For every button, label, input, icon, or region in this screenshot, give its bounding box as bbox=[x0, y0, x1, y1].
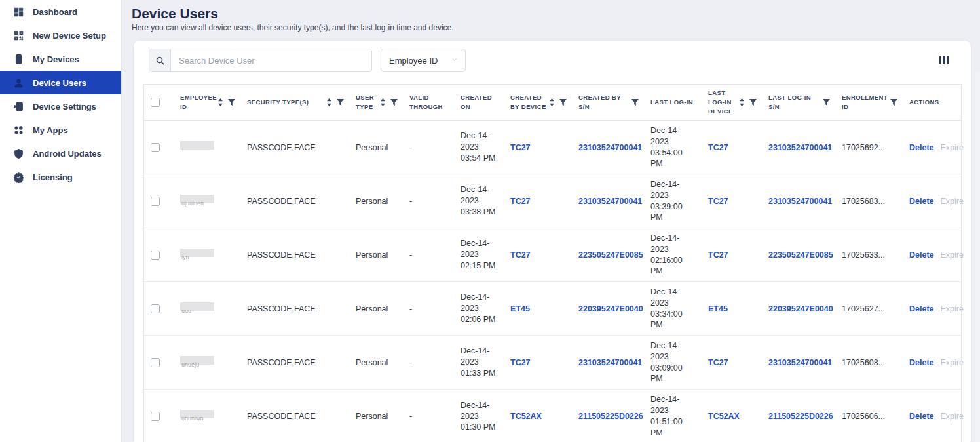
delete-button[interactable]: Delete bbox=[909, 358, 934, 367]
sidebar-item-dashboard[interactable]: Dashboard bbox=[0, 0, 121, 24]
cell-enrollment_id: 17025627... bbox=[835, 282, 903, 335]
select-all-checkbox[interactable] bbox=[151, 98, 160, 107]
column-picker-icon[interactable] bbox=[939, 56, 949, 64]
sidebar-item-device-settings[interactable]: Device Settings bbox=[0, 94, 121, 118]
created-by-device-link[interactable]: TC27 bbox=[510, 358, 531, 367]
cell-valid_through: - bbox=[403, 282, 454, 335]
cell-employee_id: iyn bbox=[174, 228, 240, 281]
last-login-sn-link[interactable]: 223505247E0085 bbox=[768, 251, 833, 260]
last-login-sn-link[interactable]: 220395247E0040 bbox=[768, 304, 833, 313]
filter-icon[interactable] bbox=[390, 99, 398, 106]
cell-last_login_device: TC27 bbox=[702, 228, 762, 281]
created-by-sn-link[interactable]: 23103524700041 bbox=[578, 197, 642, 206]
delete-button[interactable]: Delete bbox=[909, 251, 934, 260]
created-by-device-link[interactable]: TC27 bbox=[510, 197, 531, 206]
sidebar-item-licensing[interactable]: Licensing bbox=[0, 165, 121, 189]
created-by-device-link[interactable]: TC27 bbox=[510, 143, 531, 152]
column-header-icons bbox=[890, 99, 897, 106]
cell-user_type: Personal bbox=[349, 121, 403, 174]
sidebar-item-my-devices[interactable]: My Devices bbox=[0, 47, 121, 71]
expire-button-disabled: Expire bbox=[941, 197, 964, 206]
cell-actions: DeleteExpire bbox=[903, 336, 962, 389]
table-row: ujuuiuenPASSCODE,FACEPersonal-Dec-14-202… bbox=[144, 174, 961, 228]
sidebar-item-label: New Device Setup bbox=[33, 31, 106, 41]
filter-icon[interactable] bbox=[228, 99, 235, 106]
filter-icon[interactable] bbox=[749, 99, 757, 106]
search-input[interactable] bbox=[171, 49, 371, 71]
filter-icon[interactable] bbox=[337, 99, 344, 106]
delete-button[interactable]: Delete bbox=[909, 304, 934, 313]
sidebar: DashboardNew Device SetupMy DevicesDevic… bbox=[0, 0, 122, 442]
created-by-sn-link[interactable]: 211505225D0226 bbox=[578, 412, 643, 421]
cell-created_by_sn: 220395247E0040 bbox=[572, 282, 644, 335]
cell-enrollment_id: 17025683... bbox=[835, 174, 903, 228]
created-by-sn-link[interactable]: 23103524700041 bbox=[578, 358, 642, 367]
last-login-device-link[interactable]: TC27 bbox=[708, 197, 728, 206]
device-settings-icon bbox=[12, 100, 24, 112]
column-header-security: SECURITY TYPE(S) bbox=[240, 85, 349, 120]
row-checkbox[interactable] bbox=[151, 304, 160, 313]
cell-last_login: Dec-14-2023 03:39:00 PM bbox=[644, 174, 702, 228]
column-header-icons bbox=[380, 98, 398, 106]
sidebar-item-android-updates[interactable]: Android Updates bbox=[0, 142, 121, 165]
sort-icon[interactable] bbox=[549, 98, 555, 106]
cell-created_on: Dec-14-2023 02:06 PM bbox=[454, 282, 504, 335]
created-by-device-link[interactable]: TC27 bbox=[510, 251, 531, 260]
delete-button[interactable]: Delete bbox=[909, 197, 934, 206]
vertical-scrollbar[interactable] bbox=[975, 72, 980, 442]
column-header-enrollment_id: ENROLLMENT ID bbox=[835, 85, 903, 120]
filter-icon[interactable] bbox=[631, 99, 639, 106]
cell-last_login: Dec-14-2023 03:09:00 PM bbox=[644, 336, 702, 389]
created-by-device-link[interactable]: ET45 bbox=[510, 304, 530, 313]
created-by-sn-link[interactable]: 23103524700041 bbox=[578, 143, 642, 152]
sidebar-item-my-apps[interactable]: My Apps bbox=[0, 118, 121, 142]
cell-created_on: Dec-14-2023 01:33 PM bbox=[454, 336, 504, 389]
expire-button-disabled: Expire bbox=[941, 412, 964, 421]
cell-security: PASSCODE,FACE bbox=[240, 174, 349, 228]
sidebar-item-label: Licensing bbox=[33, 172, 73, 182]
column-header-actions: ACTIONS bbox=[903, 85, 962, 120]
last-login-sn-link[interactable]: 211505225D0226 bbox=[768, 412, 833, 421]
row-checkbox[interactable] bbox=[151, 358, 160, 367]
column-label: SECURITY TYPE(S) bbox=[247, 98, 309, 107]
last-login-device-link[interactable]: TC27 bbox=[708, 251, 728, 260]
last-login-device-link[interactable]: TC52AX bbox=[708, 412, 740, 421]
filter-icon[interactable] bbox=[559, 99, 567, 106]
created-by-device-link[interactable]: TC52AX bbox=[510, 412, 542, 421]
sidebar-item-device-users[interactable]: Device Users bbox=[0, 71, 121, 94]
filter-icon[interactable] bbox=[823, 99, 830, 106]
person-icon bbox=[12, 77, 24, 89]
cell-created_by_device: TC27 bbox=[504, 174, 572, 228]
last-login-device-link[interactable]: TC27 bbox=[708, 143, 728, 152]
last-login-sn-link[interactable]: 23103524700041 bbox=[768, 358, 832, 367]
sort-icon[interactable] bbox=[326, 98, 332, 106]
row-checkbox[interactable] bbox=[151, 197, 160, 206]
cell-select bbox=[144, 228, 174, 281]
main-content: Device Users Here you can view all devic… bbox=[122, 0, 980, 442]
cell-last_login_device: TC52AX bbox=[702, 390, 762, 442]
sort-icon[interactable] bbox=[217, 98, 223, 106]
sort-icon[interactable] bbox=[739, 98, 745, 106]
column-header-employee_id: EMPLOYEE ID bbox=[174, 85, 240, 120]
row-checkbox[interactable] bbox=[151, 412, 160, 421]
column-header-created_by_device: CREATED BY DEVICE bbox=[504, 85, 572, 120]
sidebar-item-new-device-setup[interactable]: New Device Setup bbox=[0, 24, 121, 47]
delete-button[interactable]: Delete bbox=[909, 143, 934, 152]
cell-valid_through: - bbox=[403, 228, 454, 281]
last-login-device-link[interactable]: TC27 bbox=[708, 358, 728, 367]
search-field-dropdown[interactable]: Employee ID bbox=[381, 49, 466, 72]
cell-security: PASSCODE,FACE bbox=[240, 282, 349, 335]
sort-icon[interactable] bbox=[380, 98, 386, 106]
row-checkbox[interactable] bbox=[151, 251, 160, 260]
column-header-icons bbox=[823, 99, 830, 106]
last-login-sn-link[interactable]: 23103524700041 bbox=[768, 197, 832, 206]
last-login-sn-link[interactable]: 23103524700041 bbox=[768, 143, 832, 152]
cell-last_login: Dec-14-2023 02:16:00 PM bbox=[644, 228, 702, 281]
cell-enrollment_id: 17025692... bbox=[835, 121, 903, 174]
created-by-sn-link[interactable]: 220395247E0040 bbox=[578, 304, 643, 313]
last-login-device-link[interactable]: ET45 bbox=[708, 304, 728, 313]
filter-icon[interactable] bbox=[890, 99, 897, 106]
row-checkbox[interactable] bbox=[151, 143, 160, 152]
delete-button[interactable]: Delete bbox=[909, 412, 934, 421]
created-by-sn-link[interactable]: 223505247E0085 bbox=[578, 251, 643, 260]
